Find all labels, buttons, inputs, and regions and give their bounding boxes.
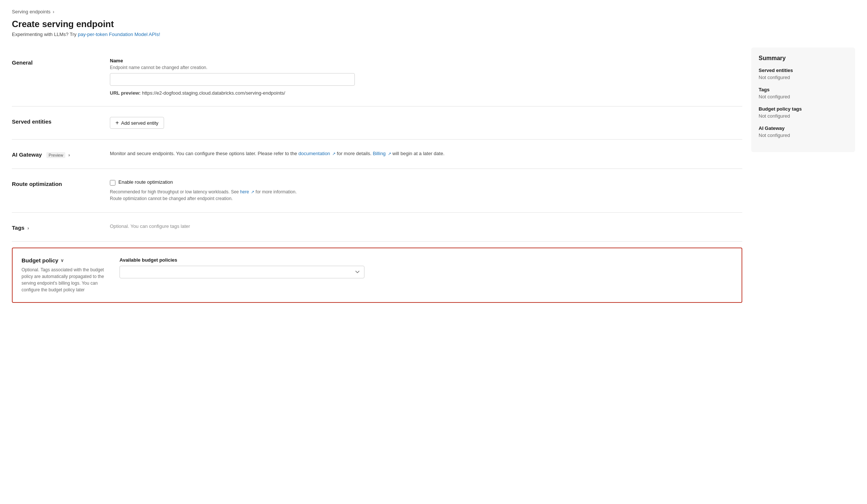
served-entities-section: Served entities + Add served entity — [12, 107, 742, 140]
breadcrumb-separator: › — [53, 9, 54, 14]
general-section: General Name Endpoint name cannot be cha… — [12, 48, 742, 107]
summary-tags-value: Not configured — [759, 94, 848, 99]
summary-budget-value: Not configured — [759, 113, 848, 119]
billing-link[interactable]: Billing ↗ — [373, 151, 391, 156]
form-area: General Name Endpoint name cannot be cha… — [12, 48, 742, 303]
url-preview-label: URL preview: — [110, 90, 141, 96]
add-served-entity-label: Add served entity — [121, 120, 158, 126]
tags-label: Tags › — [12, 223, 101, 231]
summary-served-entities-label: Served entities — [759, 68, 848, 73]
gateway-description: Monitor and secure endpoints. You can co… — [110, 150, 742, 158]
budget-policy-select[interactable] — [120, 266, 364, 278]
breadcrumb[interactable]: Serving endpoints › — [12, 9, 855, 14]
url-preview-value: https://e2-dogfood.staging.cloud.databri… — [142, 90, 285, 96]
foundation-model-link[interactable]: pay-per-token Foundation Model APIs! — [78, 32, 160, 37]
breadcrumb-link[interactable]: Serving endpoints — [12, 9, 50, 14]
served-entities-label: Served entities — [12, 117, 101, 125]
budget-label-desc: Optional. Tags associated with the budge… — [22, 266, 111, 293]
route-optimization-checkbox[interactable] — [110, 180, 115, 186]
subtitle-prefix: Experimenting with LLMs? Try — [12, 32, 78, 37]
summary-item-1: Tags Not configured — [759, 87, 848, 99]
url-preview: URL preview: https://e2-dogfood.staging.… — [110, 90, 742, 96]
budget-label-area: Budget policy ∨ Optional. Tags associate… — [22, 257, 111, 293]
route-optimization-section: Route optimization Enable route optimiza… — [12, 169, 742, 213]
here-external-link-icon: ↗ — [251, 189, 254, 195]
tags-content: Optional. You can configure tags later — [110, 223, 742, 229]
chevron-right-icon[interactable]: › — [68, 153, 70, 158]
ai-gateway-content: Monitor and secure endpoints. You can co… — [110, 150, 742, 158]
page-title: Create serving endpoint — [12, 19, 855, 29]
budget-content: Available budget policies — [120, 257, 733, 278]
route-opt-label: Enable route optimization — [118, 179, 173, 185]
budget-policy-wrapper: Budget policy ∨ Optional. Tags associate… — [12, 248, 742, 303]
served-entities-content: + Add served entity — [110, 117, 742, 129]
tags-section: Tags › Optional. You can configure tags … — [12, 213, 742, 242]
plus-icon: + — [115, 120, 119, 126]
summary-tags-label: Tags — [759, 87, 848, 92]
general-label: General — [12, 58, 101, 66]
here-link[interactable]: here ↗ — [240, 189, 254, 194]
ai-gateway-section: AI Gateway Preview › Monitor and secure … — [12, 140, 742, 169]
tags-chevron-icon[interactable]: › — [27, 226, 29, 231]
summary-served-entities-value: Not configured — [759, 75, 848, 80]
route-opt-description: Recommended for high throughput or low l… — [110, 189, 742, 202]
endpoint-name-input[interactable] — [110, 73, 355, 86]
page-subtitle: Experimenting with LLMs? Try pay-per-tok… — [12, 32, 855, 37]
summary-ai-gateway-label: AI Gateway — [759, 125, 848, 131]
summary-item-2: Budget policy tags Not configured — [759, 106, 848, 119]
ai-gateway-label: AI Gateway Preview › — [12, 150, 101, 158]
documentation-link[interactable]: documentation ↗ — [298, 151, 336, 156]
summary-item-0: Served entities Not configured — [759, 68, 848, 80]
budget-policy-section: Budget policy ∨ Optional. Tags associate… — [12, 248, 742, 303]
external-link-icon: ↗ — [332, 151, 336, 157]
route-optimization-label: Route optimization — [12, 179, 101, 187]
budget-field-label: Available budget policies — [120, 257, 733, 263]
billing-external-link-icon: ↗ — [388, 151, 391, 157]
general-content: Name Endpoint name cannot be changed aft… — [110, 58, 742, 96]
route-optimization-content: Enable route optimization Recommended fo… — [110, 179, 742, 202]
route-opt-row: Enable route optimization — [110, 179, 742, 186]
name-hint: Endpoint name cannot be changed after cr… — [110, 65, 742, 70]
route-opt-note: Route optimization cannot be changed aft… — [110, 196, 233, 201]
name-label: Name — [110, 58, 742, 63]
tags-optional-text: Optional. You can configure tags later — [110, 223, 190, 229]
summary-ai-gateway-value: Not configured — [759, 132, 848, 138]
summary-panel: Summary Served entities Not configured T… — [751, 48, 855, 152]
add-served-entity-button[interactable]: + Add served entity — [110, 117, 164, 129]
summary-title: Summary — [759, 55, 848, 62]
budget-label-title: Budget policy ∨ — [22, 257, 111, 264]
summary-item-3: AI Gateway Not configured — [759, 125, 848, 138]
preview-badge: Preview — [46, 152, 65, 158]
budget-chevron-icon[interactable]: ∨ — [60, 258, 64, 263]
summary-budget-label: Budget policy tags — [759, 106, 848, 112]
